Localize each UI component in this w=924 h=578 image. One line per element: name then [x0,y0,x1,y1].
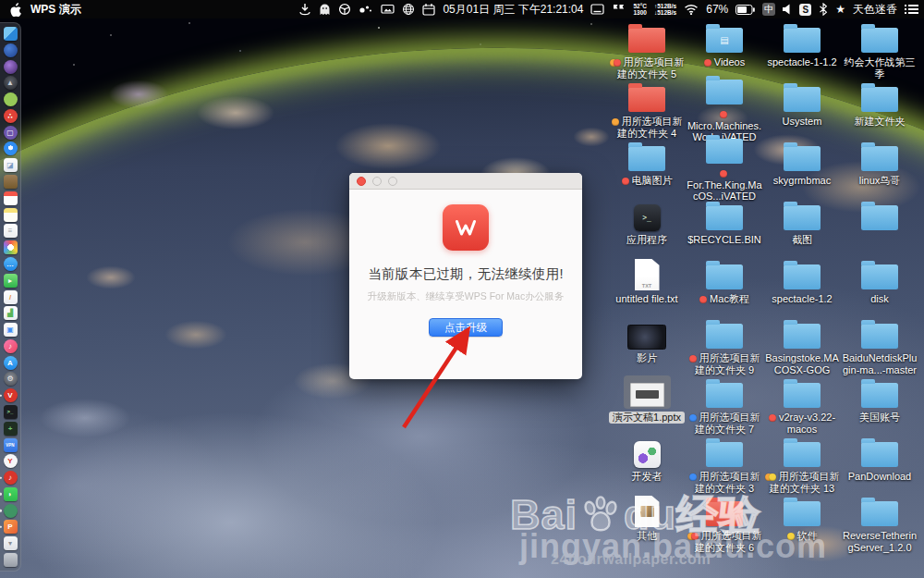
desktop-icon[interactable]: 演示文稿1.pptx [608,375,686,435]
desktop-icon[interactable]: TXT untitled file.txt [608,257,686,316]
dock-item-terminal[interactable]: >_ [4,405,18,419]
dock-item-system-preferences[interactable]: ⚙ [4,372,18,386]
dock-item-tile: ▣ [4,323,18,337]
desktop-icon[interactable]: 用所选项目新建的文件夹 7 [686,375,763,435]
desktop-icon[interactable]: 用所选项目新建的文件夹 9 [686,316,763,375]
active-app-name[interactable]: WPS 演示 [30,2,81,18]
desktop-icon[interactable]: 开发者 [608,435,686,494]
dock-item-safari[interactable] [4,141,18,155]
proxy-app-badge[interactable]: S [799,4,811,16]
dock-item-blue-globe-app[interactable] [4,43,18,57]
desktop-icon-art-glyph [631,384,663,406]
dock-item-vpn-app[interactable]: VPN [4,438,18,452]
desktop-icon[interactable]: ▤ Videos [686,20,763,80]
list-menu-icon[interactable] [905,0,918,18]
volume-icon[interactable] [783,0,792,18]
dock-item-downloads-stack[interactable]: ▾ [4,536,18,550]
desktop-icon[interactable]: 用所选项目新建的文件夹 4 [608,80,686,139]
steering-wheel-icon[interactable] [338,0,351,18]
dock-item-notes-app[interactable] [4,208,18,222]
desktop-icon[interactable]: Micro.Machines.Worl...iVATED [686,80,763,139]
dock-item-v2rayu[interactable]: V [4,388,18,402]
desktop-icon[interactable]: PanDownload [841,435,918,494]
favorites-star-icon[interactable]: ★ [835,4,845,15]
dock-item-facetime-app[interactable]: ▸ [4,274,18,288]
desktop-icon[interactable]: spectacle-1-1.2 [763,20,841,80]
dock-item-terminal-green[interactable]: + [4,422,18,436]
ghost-icon[interactable] [319,0,331,18]
desktop-icon[interactable]: linux鸟哥 [841,139,918,198]
upgrade-button[interactable]: 点击升级 [429,318,503,337]
close-button[interactable] [357,177,366,186]
dock-item-music-app[interactable]: ♪ [4,339,18,353]
dock-item-launchpad[interactable]: ▲ [4,76,18,90]
desktop-icon[interactable]: BaiduNetdiskPlugin-ma...-master [841,316,918,375]
desktop-icon[interactable]: 软件 [763,494,841,553]
download-status-icon[interactable] [298,0,311,18]
desktop-icon[interactable]: Usystem [763,80,841,139]
vpn-status-name[interactable]: 天色迷香 [853,2,897,18]
desktop-icon[interactable]: $RECYCLE.BIN [686,198,763,257]
desktop-icon[interactable]: Mac教程 [686,257,763,316]
apple-menu-icon[interactable] [9,0,21,18]
network-speed-readout[interactable]: ↑512B/s ↓512B/s [654,3,676,17]
desktop-icon[interactable]: For.The.King.MacOS...iVATED [686,139,763,198]
dock-item-p-app[interactable]: P [4,520,18,534]
dots-status-icon[interactable] [359,0,373,18]
calendar-icon[interactable] [422,0,435,18]
dock-item-wechat[interactable]: ◗ [4,487,18,501]
dock-item-dictionary-app[interactable] [4,175,18,189]
display-mirroring-icon[interactable] [381,0,395,18]
wifi-icon[interactable] [684,0,699,18]
dock-item-media-player-app[interactable]: ▢ [4,126,18,140]
dock-item-pages-app[interactable]: / [4,290,18,304]
desktop-icon[interactable] [841,198,918,257]
dock-item-red-badge-app[interactable]: ∴ [4,109,18,123]
dock-item-photos-app[interactable] [4,240,18,254]
dock-item-planet-app[interactable] [4,60,18,74]
dock-item-evernote-like[interactable] [4,504,18,518]
dock-item-netease-music[interactable]: ♪ [4,471,18,485]
desktop-icon[interactable]: 用所选项目新建的文件夹 6 [686,494,763,553]
desktop-icon[interactable]: 用所选项目新建的文件夹 5 [608,20,686,80]
dock-item-yandex-browser[interactable]: Y [4,454,18,468]
dock-item-android-app[interactable] [4,92,18,106]
dock-item-keynote-app[interactable]: ▣ [4,323,18,337]
bluetooth-icon[interactable] [819,0,828,18]
desktop-icon[interactable]: v2ray-v3.22-macos [763,375,841,435]
desktop-icon[interactable]: 美国账号 [841,375,918,435]
zoom-button[interactable] [388,177,397,186]
dock-item-calendar-app[interactable] [4,191,18,205]
desktop-icon[interactable]: 影片 [608,316,686,375]
dock-item-trash[interactable] [4,553,18,567]
desktop-icon[interactable]: 电脑图片 [608,139,686,198]
desktop-icon[interactable]: 新建文件夹 [841,80,918,139]
desktop-icon[interactable]: 约会大作战第三季 [841,20,918,80]
desktop-icon[interactable]: >_ 应用程序 [608,198,686,257]
dock-item-textedit-app[interactable]: ≡ [4,224,18,238]
desktop-icon[interactable]: 其他 [608,494,686,553]
dialog-title-bar[interactable] [349,173,582,190]
dock-item-app-store[interactable]: A [4,356,18,370]
desktop-icon[interactable]: 用所选项目新建的文件夹 13 [763,435,841,494]
desktop-icon[interactable]: disk [841,257,918,316]
battery-percent[interactable]: 67% [706,3,728,16]
input-switcher-icon[interactable] [590,0,604,18]
dock-item-messages-app[interactable]: … [4,257,18,271]
flags-icon[interactable] [612,0,626,18]
desktop-icon[interactable]: skygrmbmac [763,139,841,198]
menu-bar-clock[interactable]: 05月01日 周三 下午21:21:04 [443,2,583,18]
dock-item-numbers-app[interactable]: ▟ [4,306,18,320]
dock-item-preview-app[interactable]: ◪ [4,158,18,172]
battery-icon[interactable] [736,0,755,18]
desktop-icon[interactable]: Basingstoke.MACOSX-GOG [763,316,841,375]
input-method-badge[interactable]: 中 [762,3,775,16]
minimize-button[interactable] [372,177,382,186]
globe-icon[interactable] [402,0,415,18]
desktop-icon[interactable]: 用所选项目新建的文件夹 3 [686,435,763,494]
desktop-icon[interactable]: ReverseTetheringServer_1.2.0 [841,494,918,553]
dock-item-finder[interactable] [4,27,18,41]
desktop-icon[interactable]: spectacle-1.2 [763,257,841,316]
desktop-icon[interactable]: 截图 [763,198,841,257]
temperature-readout[interactable]: 52°C 1300 [633,3,647,17]
